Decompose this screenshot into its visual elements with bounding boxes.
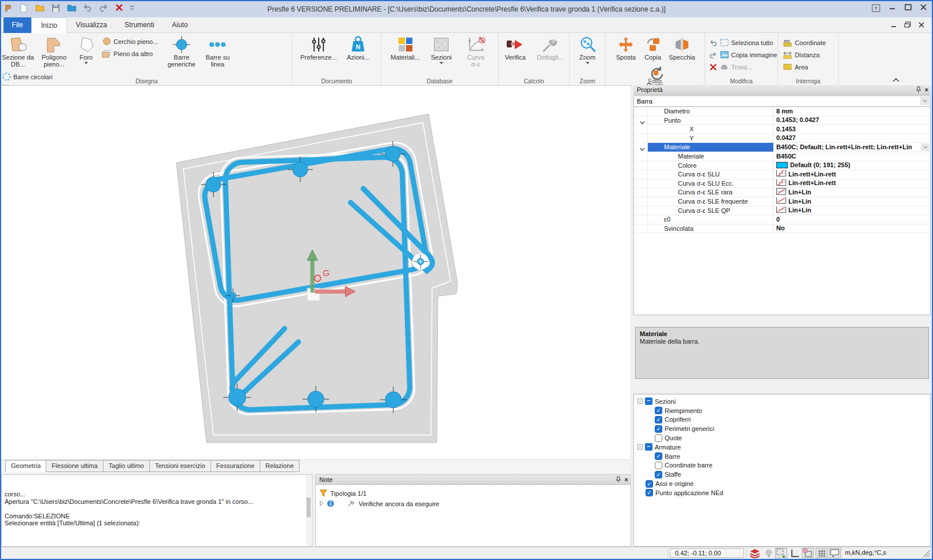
log-scrollbar[interactable] xyxy=(306,476,311,546)
chevron-down-icon[interactable] xyxy=(920,97,930,105)
pin-icon[interactable] xyxy=(916,86,921,95)
property-value[interactable]: Lin-rett+Lin-rett xyxy=(773,179,930,188)
preferenze-button[interactable]: Preferenze... xyxy=(298,34,339,61)
layer-checkbox-checked[interactable]: ✓ xyxy=(655,452,662,460)
axes-icon[interactable] xyxy=(788,548,801,558)
distanza-button[interactable]: Distanza xyxy=(783,49,838,61)
property-value[interactable]: Lin+Lin xyxy=(773,197,930,206)
undo-small-icon[interactable] xyxy=(709,39,718,47)
property-value[interactable]: Default (0; 191; 255) xyxy=(773,161,930,170)
property-name[interactable]: X xyxy=(648,125,773,134)
tab-flessione-ultima[interactable]: Flessione ultima xyxy=(46,460,103,472)
copia-immagine-button[interactable]: Copia immagine xyxy=(709,49,777,61)
maximize-button[interactable] xyxy=(902,4,914,14)
property-name[interactable]: Curva σ-ε SLU xyxy=(648,170,773,179)
sezioni-button[interactable]: Sezioni xyxy=(426,34,456,65)
minimize-button[interactable] xyxy=(886,4,898,14)
property-name[interactable]: Y xyxy=(648,134,773,143)
layer-checkbox-checked[interactable]: ✓ xyxy=(646,480,653,488)
sposta-button[interactable]: Sposta xyxy=(613,34,639,61)
curva-sigma-eps-button[interactable]: Curva σ-ε xyxy=(459,34,492,68)
tab-aiuto[interactable]: Aiuto xyxy=(163,17,197,33)
area-button[interactable]: Area xyxy=(783,61,838,73)
property-name[interactable]: Svincolata xyxy=(648,224,773,233)
foro-button[interactable]: Foro xyxy=(73,34,99,65)
sezione-da-db-button[interactable]: Sezione da DB... xyxy=(1,34,35,68)
layer-label[interactable]: Riempimento xyxy=(665,407,702,414)
drawing-canvas[interactable]: G xyxy=(1,86,630,460)
ribbon-options-icon[interactable] xyxy=(869,4,882,14)
selected-bar[interactable] xyxy=(412,253,429,270)
snap-rectangle-icon[interactable] xyxy=(802,548,814,558)
property-value[interactable]: 0.0427 xyxy=(773,134,930,143)
copia-button[interactable]: Copia xyxy=(641,34,665,61)
property-name[interactable]: Materiale xyxy=(648,143,773,152)
layer-checkbox-checked[interactable]: ✓ xyxy=(655,407,662,414)
verifica-button[interactable]: Verifica xyxy=(500,34,530,61)
lamp-icon[interactable] xyxy=(762,548,775,558)
tab-geometria[interactable]: Geometria xyxy=(5,460,46,472)
resize-grip[interactable] xyxy=(923,550,931,560)
tab-inizio[interactable]: Inizio xyxy=(31,17,67,33)
entity-type-combo[interactable]: Barra xyxy=(634,96,930,107)
property-name[interactable]: Curva σ-ε SLE QP xyxy=(648,207,773,215)
property-name[interactable]: Curva σ-ε SLU Ecc. xyxy=(648,179,773,188)
pin-icon[interactable] xyxy=(615,476,621,485)
property-name[interactable]: Punto xyxy=(648,116,773,125)
chevron-down-icon[interactable] xyxy=(921,143,930,151)
layer-label[interactable]: Coordinate barre xyxy=(665,462,713,469)
redo-icon[interactable] xyxy=(98,3,109,15)
tab-strumenti[interactable]: Strumenti xyxy=(116,17,163,33)
mdi-minimize-button[interactable] xyxy=(888,21,899,30)
layer-label[interactable]: Sezioni xyxy=(655,398,676,405)
property-name[interactable]: Curva σ-ε SLE rara xyxy=(648,188,773,197)
mdi-close-button[interactable] xyxy=(916,21,927,30)
property-value[interactable]: No xyxy=(773,224,930,233)
collapse-ribbon-icon[interactable] xyxy=(892,75,900,85)
layer-checkbox-checked[interactable]: ✓ xyxy=(655,425,662,433)
redo-small-icon[interactable] xyxy=(709,51,718,59)
property-name[interactable]: Materiale xyxy=(648,152,773,161)
tab-file[interactable]: File xyxy=(3,17,31,33)
property-value[interactable]: Lin+Lin xyxy=(773,188,930,197)
tab-taglio-ultimo[interactable]: Taglio ultimo xyxy=(103,460,150,472)
property-value[interactable]: Lin-rett+Lin-rett xyxy=(773,170,930,179)
add-to-selection-icon[interactable] xyxy=(775,548,787,558)
open-project-icon[interactable] xyxy=(66,3,78,15)
barre-generiche-button[interactable]: Barre generiche xyxy=(164,34,199,68)
layer-label[interactable]: Armature xyxy=(655,444,681,451)
property-name[interactable]: Colore xyxy=(648,161,773,170)
specchia-button[interactable]: Specchia xyxy=(667,34,697,61)
property-value[interactable]: Lin+Lin xyxy=(773,207,930,215)
trova-button[interactable]: Trova... xyxy=(709,61,777,73)
layer-checkbox-unchecked[interactable] xyxy=(655,462,662,469)
layer-label[interactable]: Copriferri xyxy=(665,416,691,423)
grid-icon[interactable] xyxy=(816,548,828,558)
layer-checkbox-checked[interactable]: ✓ xyxy=(655,416,662,423)
cerchio-pieno-button[interactable]: Cerchio pieno... xyxy=(101,35,161,47)
property-value[interactable]: 0.1453; 0.0427 xyxy=(773,116,930,125)
zoom-button[interactable]: Zoom xyxy=(573,34,603,65)
layer-group-checkbox[interactable]: − xyxy=(645,443,652,451)
layers-icon[interactable] xyxy=(748,548,761,558)
comment-icon[interactable] xyxy=(829,548,841,558)
layer-label[interactable]: Quote xyxy=(665,434,682,441)
poligono-pieno-button[interactable]: Poligono pieno... xyxy=(37,34,71,68)
property-name[interactable]: Diametro xyxy=(648,107,773,116)
tab-relazione[interactable]: Relazione xyxy=(260,460,300,472)
save-icon[interactable] xyxy=(50,3,61,15)
layer-label[interactable]: Punto applicazione NEd xyxy=(655,489,723,496)
property-value[interactable]: B450C; Default; Lin-rett+Lin-rett; Lin-r… xyxy=(773,143,930,152)
undo-icon[interactable] xyxy=(82,3,93,15)
mdi-restore-button[interactable] xyxy=(902,21,913,30)
property-value[interactable]: 0 xyxy=(773,215,930,224)
layer-group-checkbox[interactable]: − xyxy=(645,397,652,405)
layer-label[interactable]: Barre xyxy=(665,453,680,460)
new-file-icon[interactable] xyxy=(18,3,29,15)
close-icon[interactable]: × xyxy=(625,476,628,485)
layer-checkbox-unchecked[interactable] xyxy=(655,434,662,442)
dettagli-button[interactable]: Dettagli... xyxy=(533,34,567,61)
coordinate-button[interactable]: xyz Coordinate xyxy=(783,36,838,49)
property-name[interactable]: Curva σ-ε SLE frequente xyxy=(648,197,773,206)
tab-tensioni-esercizio[interactable]: Tensioni esercizio xyxy=(149,460,211,472)
